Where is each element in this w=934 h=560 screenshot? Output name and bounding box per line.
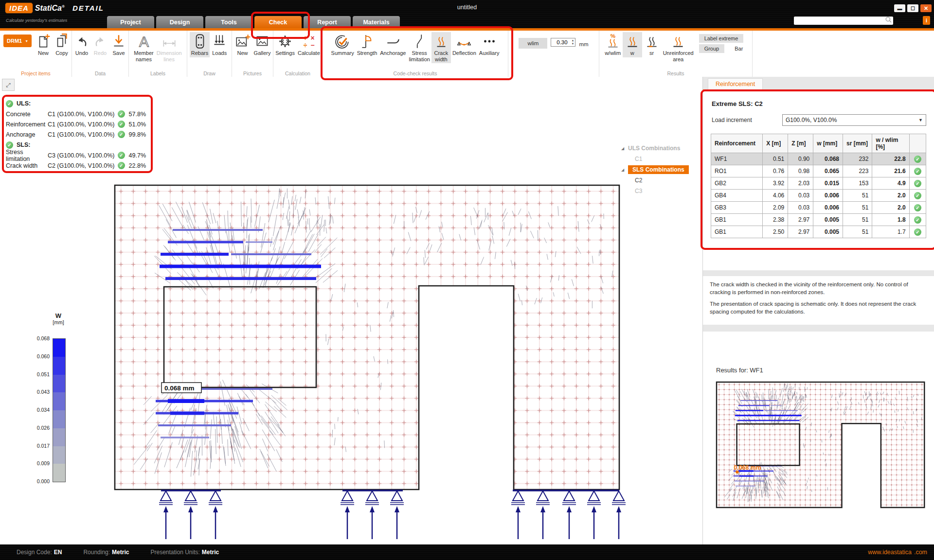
calculate-button[interactable]: +×÷−Calculate: [296, 32, 322, 57]
tagline: Calculate yesterday's estimates: [6, 18, 67, 23]
copy-button[interactable]: Copy: [53, 32, 71, 57]
minimize-button[interactable]: ▬: [894, 4, 905, 12]
cell-ratio: 1.8: [872, 214, 909, 226]
crack-width-button[interactable]: Crack width: [431, 32, 451, 63]
rebars-button[interactable]: Rebars: [190, 32, 210, 57]
column-header[interactable]: sr [mm]: [843, 134, 872, 153]
table-row-gb1[interactable]: GB1 2.38 2.97 0.005 51 1.8 ✓: [711, 214, 926, 226]
cell-status: ✓: [909, 214, 926, 226]
tree-item-uls-combinations[interactable]: ◢ULS Combinations: [621, 143, 694, 154]
cell-name: GB1: [711, 214, 763, 226]
tab-report[interactable]: Report: [304, 16, 351, 28]
close-button[interactable]: ✕: [920, 4, 932, 12]
bar-button[interactable]: Bar: [729, 44, 748, 53]
column-header[interactable]: Z [m]: [788, 134, 813, 153]
cell-z: 0.98: [788, 165, 813, 177]
anchorage-button[interactable]: Anchorage: [378, 32, 407, 57]
mini-structure-svg: 0.068 mm: [715, 381, 928, 510]
expander-icon[interactable]: ◢: [621, 168, 628, 172]
column-header[interactable]: w [mm]: [813, 134, 843, 153]
website-link[interactable]: www.ideastatica.com: [868, 549, 927, 556]
undo-button[interactable]: Undo: [72, 32, 91, 57]
tab-design[interactable]: Design: [156, 16, 203, 28]
table-row-gb1[interactable]: GB1 2.50 2.97 0.005 51 1.7 ✓: [711, 226, 926, 238]
stress-limitation-button[interactable]: Stress limitation: [407, 32, 431, 63]
chevron-down-icon: ▼: [918, 118, 923, 122]
cell-w: 0.068: [813, 153, 843, 165]
wlim-input[interactable]: [553, 39, 571, 46]
color-band: [53, 339, 65, 357]
tab-check[interactable]: Check: [254, 16, 302, 28]
wlim-label: wlim: [519, 38, 547, 49]
expander-icon[interactable]: ◢: [621, 146, 628, 151]
spin-down-icon[interactable]: ▼: [571, 42, 574, 46]
tree-item-c1[interactable]: C1: [621, 154, 694, 164]
member-names-button[interactable]: AMember names: [132, 32, 155, 63]
save-button[interactable]: Save: [109, 32, 128, 57]
tree-item-c2[interactable]: C2: [621, 175, 694, 186]
column-header[interactable]: X [m]: [763, 134, 788, 153]
tab-materials[interactable]: Materials: [353, 16, 400, 28]
wlim-spinner[interactable]: ▲▼: [551, 38, 575, 47]
cell-x: 0.51: [763, 153, 788, 165]
table-row-gb3[interactable]: GB3 2.09 0.03 0.006 51 2.0 ✓: [711, 202, 926, 214]
deflection-button[interactable]: Deflection: [451, 32, 478, 57]
column-header[interactable]: Reinforcement: [711, 134, 763, 153]
w-wlim-button[interactable]: %w/wlim: [603, 32, 623, 57]
table-row-gb2[interactable]: GB2 3.92 2.03 0.015 153 4.9 ✓: [711, 177, 926, 190]
tab-project[interactable]: Project: [107, 16, 154, 28]
new-button[interactable]: New: [34, 32, 53, 57]
spin-up-icon[interactable]: ▲: [571, 39, 574, 42]
w-button[interactable]: w: [623, 32, 642, 57]
loads-button[interactable]: Loads: [210, 32, 229, 57]
tree-item-sls-combinations[interactable]: ◢SLS Combinations: [621, 164, 694, 175]
summary-row: ConcreteC1 (G100.0%, V100.0%)✓57.8%: [6, 109, 146, 119]
expand-view-button[interactable]: ⤢: [2, 79, 15, 91]
color-scale-tick: 0.051: [27, 371, 50, 377]
load-increment-select[interactable]: G100.0%, V100.0% ▼: [782, 114, 926, 126]
settings-button[interactable]: Settings: [274, 32, 296, 57]
ribbon-group-data: UndoRedoSaveData: [72, 31, 129, 77]
search-input[interactable]: [797, 18, 885, 24]
new-icon: [35, 33, 52, 50]
table-row-gb4[interactable]: GB4 4.06 0.03 0.006 51 2.0 ✓: [711, 190, 926, 202]
column-header[interactable]: w / wlim [%]: [872, 134, 909, 153]
label-extreme-button[interactable]: Label extreme: [699, 34, 744, 43]
strength-button[interactable]: Strength: [356, 32, 379, 57]
tab-reinforcement[interactable]: Reinforcement: [708, 78, 763, 90]
gallery-button[interactable]: Gallery: [252, 32, 272, 57]
model-canvas[interactable]: 0.068 mm: [76, 145, 684, 559]
dimension-lines-button[interactable]: Dimension lines: [155, 32, 183, 63]
summary-row: AnchorageC1 (G100.0%, V100.0%)✓99.8%: [6, 129, 146, 140]
ok-check-icon: ✓: [6, 141, 13, 149]
table-row-ro1[interactable]: RO1 0.76 0.98 0.065 223 21.6 ✓: [711, 165, 926, 177]
cell-ratio: 2.0: [872, 190, 909, 202]
drm-selector-button[interactable]: DRM1▼: [3, 35, 32, 47]
search-box[interactable]: [794, 17, 893, 25]
info-button[interactable]: i: [923, 16, 930, 25]
sr-button[interactable]: sr: [642, 32, 662, 57]
summary-button[interactable]: Summary: [330, 32, 356, 57]
auxiliary-button[interactable]: Auxiliary: [478, 32, 501, 57]
reinforcement-results-section: Extreme SLS: C2 Load increment G100.0%, …: [703, 91, 934, 270]
cell-sr: 51: [843, 214, 872, 226]
structure-view[interactable]: 0.068 mm: [76, 145, 684, 557]
load-increment-value: G100.0%, V100.0%: [786, 117, 837, 123]
tree-item-c3[interactable]: C3: [621, 186, 694, 196]
group-button[interactable]: Group: [699, 44, 725, 53]
tab-tools[interactable]: Tools: [205, 16, 252, 28]
calculate-icon: +×÷−: [301, 33, 317, 50]
cell-z: 0.03: [788, 202, 813, 214]
new-picture-button[interactable]: New: [233, 32, 252, 57]
unreinforced-area-button[interactable]: Unreinforced area: [662, 32, 695, 63]
cell-name: GB4: [711, 190, 763, 202]
cell-ratio: 1.7: [872, 226, 909, 238]
ribbon-group-results: %w/wlimwsrUnreinforced areaLabel extreme…: [599, 31, 753, 77]
redo-button[interactable]: Redo: [91, 32, 109, 57]
crack-width-icon: [433, 33, 449, 50]
settings-icon: [277, 33, 293, 50]
table-row-wf1[interactable]: WF1 0.51 0.90 0.068 232 22.8 ✓: [711, 153, 926, 165]
svg-text:%: %: [610, 33, 615, 39]
expand-icon: ⤢: [6, 82, 11, 88]
maximize-button[interactable]: ☐: [907, 4, 918, 12]
